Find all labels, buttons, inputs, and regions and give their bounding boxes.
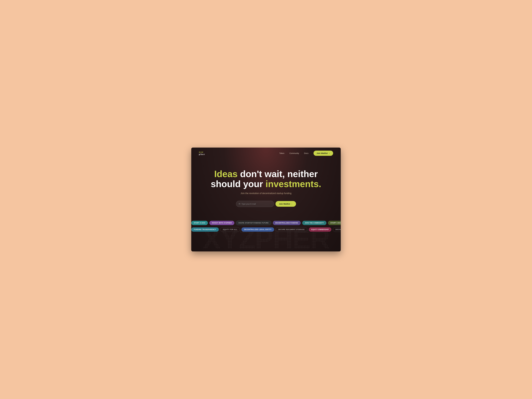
email-input[interactable] <box>241 203 271 205</box>
tags-row-2: FUNDING TRANSPARENCY EQUITY FOR ALL DECE… <box>191 226 341 233</box>
tag-funding-transparency[interactable]: FUNDING TRANSPARENCY <box>191 227 219 232</box>
tag-invest-xyzpher[interactable]: INVEST WITH XYZPHER <box>209 221 234 225</box>
tag-decentralized-legal[interactable]: DECENTRALIZED LEGAL ENTITY <box>241 227 274 232</box>
nav-link-docs[interactable]: Docs <box>304 152 308 154</box>
tags-row-1: START A DAO INVEST WITH XYZPHER SHAPE ST… <box>191 220 341 226</box>
nav-join-waitlist-button[interactable]: Join Waitlist → <box>313 151 333 156</box>
email-input-wrapper: ✉ <box>236 201 274 207</box>
nav-link-community[interactable]: Community <box>289 152 299 154</box>
tag-decentralized-funding[interactable]: DECENTRALIZED FUNDING <box>273 221 301 225</box>
nav-link-token[interactable]: Token <box>279 152 284 154</box>
hero-title: Ideas don't wait, neither should your in… <box>199 169 333 189</box>
tags-section: START A DAO INVEST WITH XYZPHER SHAPE ST… <box>191 220 341 233</box>
tag-decision-makers[interactable]: DECISION MAKERS <box>333 227 341 232</box>
main-container: xyz pher Token Community Docs Join Waitl… <box>191 148 341 251</box>
browser-window: xyz pher Token Community Docs Join Waitl… <box>191 148 341 251</box>
logo-bottom: pher <box>199 153 205 156</box>
tag-secure-document[interactable]: SECURE DOCUMENT STORAGE <box>276 227 307 232</box>
email-icon: ✉ <box>239 203 240 205</box>
nav-links: Token Community Docs Join Waitlist → <box>279 151 333 156</box>
hero-section: Ideas don't wait, neither should your in… <box>191 159 341 220</box>
logo-top: xyz <box>199 151 205 153</box>
tag-shape-startup[interactable]: SHAPE STARTUP FUNDING FUTURE <box>236 221 271 225</box>
logo: xyz pher <box>199 151 205 155</box>
hero-subtitle: Join the revolution of decentralized sta… <box>199 192 333 195</box>
tag-start-dao-1[interactable]: START A DAO <box>191 221 208 225</box>
tag-join-community[interactable]: JOIN THE COMMUNITY <box>302 221 326 225</box>
email-form: ✉ Join Waitlist → <box>199 201 333 207</box>
navbar: xyz pher Token Community Docs Join Waitl… <box>191 148 341 159</box>
tag-start-dao-2[interactable]: START A DAO <box>328 221 341 225</box>
tag-equity-for-all[interactable]: EQUITY FOR ALL <box>220 227 240 232</box>
tag-equity-ownership[interactable]: EQUITY OWNERSHIP <box>309 227 331 232</box>
hero-title-accent: Ideas <box>214 169 237 179</box>
hero-join-waitlist-button[interactable]: Join Waitlist → <box>276 201 296 207</box>
